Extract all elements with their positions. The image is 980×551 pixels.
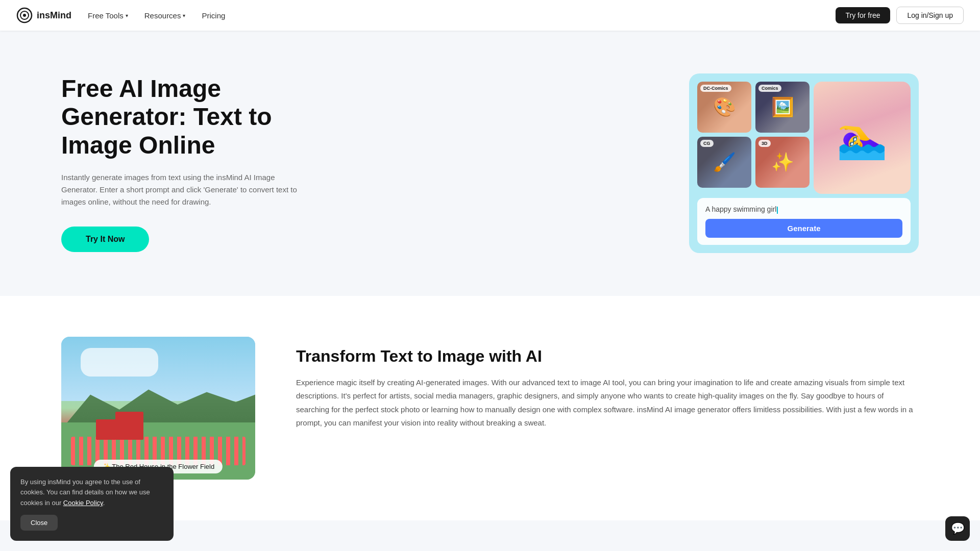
cookie-policy-link[interactable]: Cookie Policy xyxy=(63,499,103,507)
hero-section: Free AI Image Generator: Text to Image O… xyxy=(0,31,980,296)
close-cookie-button[interactable]: Close xyxy=(20,515,58,520)
login-button[interactable]: Log in/Sign up xyxy=(896,7,964,24)
cookie-banner: By using insMind you agree to the use of… xyxy=(10,467,174,520)
demo-card: DC-Comics 🎨 Comics 🖼️ CG 🖌️ 3D ✨ xyxy=(689,73,919,253)
chevron-down-icon: ▾ xyxy=(183,13,185,18)
generate-button[interactable]: Generate xyxy=(705,219,902,238)
svg-point-2 xyxy=(23,14,26,17)
demo-thumb-3: CG 🖌️ xyxy=(697,137,751,188)
navbar: insMind Free Tools ▾ Resources ▾ Pricing… xyxy=(0,0,980,31)
landscape-image-container: ✨ The Red House in the Flower Field xyxy=(61,337,255,480)
nav-resources[interactable]: Resources ▾ xyxy=(144,11,186,20)
section2-text: Transform Text to Image with AI Experien… xyxy=(296,337,919,430)
thumb-badge-2: Comics xyxy=(758,85,781,92)
cursor-icon xyxy=(777,207,778,214)
thumb-badge-4: 3D xyxy=(758,140,771,147)
try-it-now-button[interactable]: Try It Now xyxy=(61,227,149,252)
try-for-free-button[interactable]: Try for free xyxy=(836,7,891,23)
demo-thumb-4: 3D ✨ xyxy=(755,137,810,188)
hero-demo: DC-Comics 🎨 Comics 🖼️ CG 🖌️ 3D ✨ xyxy=(689,73,919,253)
chat-button[interactable]: 💬 xyxy=(945,516,970,520)
demo-prompt-text: A happy swimming girl xyxy=(705,205,902,213)
thumb-badge-3: CG xyxy=(700,140,714,147)
demo-thumb-2: Comics 🖼️ xyxy=(755,82,810,133)
demo-thumb-1: DC-Comics 🎨 xyxy=(697,82,751,133)
logo[interactable]: insMind xyxy=(16,7,71,23)
demo-thumbnails: DC-Comics 🎨 Comics 🖼️ CG 🖌️ 3D ✨ xyxy=(697,82,810,188)
hero-left: Free AI Image Generator: Text to Image O… xyxy=(61,74,306,252)
section2-title: Transform Text to Image with AI xyxy=(296,347,919,366)
cookie-text: By using insMind you agree to the use of… xyxy=(20,477,163,509)
demo-main-illustration: 🏊‍♀️ xyxy=(814,82,911,194)
logo-text: insMind xyxy=(37,10,71,21)
landscape-image: ✨ The Red House in the Flower Field xyxy=(61,337,255,480)
chevron-down-icon: ▾ xyxy=(126,13,128,18)
nav-free-tools[interactable]: Free Tools ▾ xyxy=(88,11,128,20)
demo-prompt-box: A happy swimming girl Generate xyxy=(697,198,911,244)
hero-title: Free AI Image Generator: Text to Image O… xyxy=(61,74,306,159)
section2-description: Experience magic itself by creating AI-g… xyxy=(296,376,919,430)
hero-description: Instantly generate images from text usin… xyxy=(61,171,306,208)
logo-icon xyxy=(16,7,33,23)
nav-pricing[interactable]: Pricing xyxy=(202,11,225,20)
thumb-badge-1: DC-Comics xyxy=(700,85,731,92)
